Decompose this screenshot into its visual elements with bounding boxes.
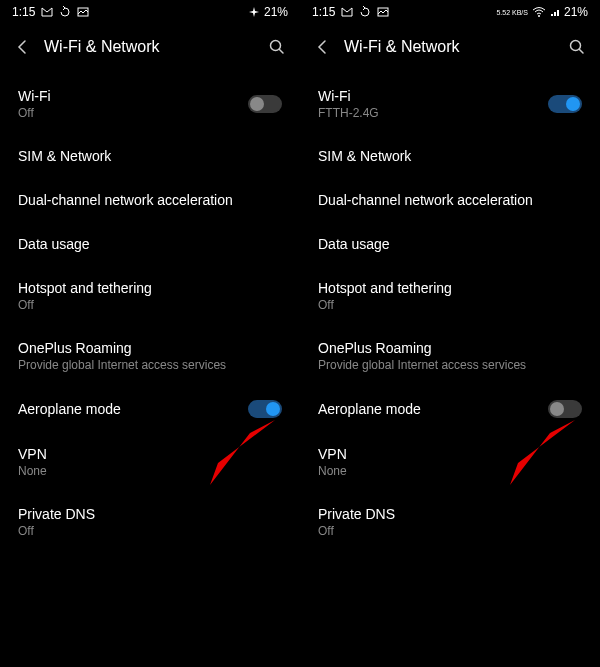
pdns-title: Private DNS xyxy=(318,506,395,522)
settings-list: Wi-Fi FTTH-2.4G SIM & Network Dual-chann… xyxy=(300,74,600,667)
vpn-sub: None xyxy=(318,464,347,478)
status-time: 1:15 xyxy=(312,5,335,19)
status-speed: 5.52 KB/S xyxy=(496,9,528,16)
row-datausage[interactable]: Data usage xyxy=(18,222,282,266)
row-dualchannel[interactable]: Dual-channel network acceleration xyxy=(318,178,582,222)
row-pdns[interactable]: Private DNS Off xyxy=(18,492,282,552)
datausage-title: Data usage xyxy=(318,236,390,252)
pdns-sub: Off xyxy=(18,524,95,538)
vpn-title: VPN xyxy=(318,446,347,462)
status-right: 5.52 KB/S 21% xyxy=(496,5,588,19)
dualchannel-title: Dual-channel network acceleration xyxy=(18,192,233,208)
back-button[interactable] xyxy=(314,38,332,56)
gmail-icon xyxy=(341,7,353,17)
row-aeroplane[interactable]: Aeroplane mode xyxy=(318,386,582,432)
sync-icon xyxy=(359,6,371,18)
row-hotspot[interactable]: Hotspot and tethering Off xyxy=(318,266,582,326)
row-pdns[interactable]: Private DNS Off xyxy=(318,492,582,552)
pdns-title: Private DNS xyxy=(18,506,95,522)
row-vpn[interactable]: VPN None xyxy=(18,432,282,492)
wifi-toggle[interactable] xyxy=(548,95,582,113)
roaming-sub: Provide global Internet access services xyxy=(18,358,226,372)
row-hotspot[interactable]: Hotspot and tethering Off xyxy=(18,266,282,326)
row-vpn[interactable]: VPN None xyxy=(318,432,582,492)
row-wifi[interactable]: Wi-Fi FTTH-2.4G xyxy=(318,74,582,134)
row-roaming[interactable]: OnePlus Roaming Provide global Internet … xyxy=(318,326,582,386)
aeroplane-title: Aeroplane mode xyxy=(18,401,121,417)
wifi-icon xyxy=(532,7,546,17)
status-battery: 21% xyxy=(264,5,288,19)
dualchannel-title: Dual-channel network acceleration xyxy=(318,192,533,208)
search-button[interactable] xyxy=(268,38,286,56)
sync-icon xyxy=(59,6,71,18)
row-wifi[interactable]: Wi-Fi Off xyxy=(18,74,282,134)
header: Wi-Fi & Network xyxy=(300,24,600,74)
status-right: 21% xyxy=(248,5,288,19)
row-roaming[interactable]: OnePlus Roaming Provide global Internet … xyxy=(18,326,282,386)
hotspot-sub: Off xyxy=(318,298,452,312)
row-sim[interactable]: SIM & Network xyxy=(318,134,582,178)
hotspot-title: Hotspot and tethering xyxy=(318,280,452,296)
status-left: 1:15 xyxy=(12,5,89,19)
settings-list: Wi-Fi Off SIM & Network Dual-channel net… xyxy=(0,74,300,667)
back-button[interactable] xyxy=(14,38,32,56)
vpn-title: VPN xyxy=(18,446,47,462)
search-button[interactable] xyxy=(568,38,586,56)
pdns-sub: Off xyxy=(318,524,395,538)
image-icon xyxy=(377,7,389,17)
gmail-icon xyxy=(41,7,53,17)
status-left: 1:15 xyxy=(312,5,389,19)
screen-right: 1:15 5.52 KB/S 21% Wi-Fi & Net xyxy=(300,0,600,667)
sim-title: SIM & Network xyxy=(18,148,111,164)
row-aeroplane[interactable]: Aeroplane mode xyxy=(18,386,282,432)
aeroplane-title: Aeroplane mode xyxy=(318,401,421,417)
row-datausage[interactable]: Data usage xyxy=(318,222,582,266)
wifi-toggle[interactable] xyxy=(248,95,282,113)
page-title: Wi-Fi & Network xyxy=(344,38,556,56)
aeroplane-toggle[interactable] xyxy=(248,400,282,418)
page-title: Wi-Fi & Network xyxy=(44,38,256,56)
hotspot-title: Hotspot and tethering xyxy=(18,280,152,296)
roaming-title: OnePlus Roaming xyxy=(318,340,526,356)
datausage-title: Data usage xyxy=(18,236,90,252)
sim-title: SIM & Network xyxy=(318,148,411,164)
roaming-title: OnePlus Roaming xyxy=(18,340,226,356)
status-battery: 21% xyxy=(564,5,588,19)
wifi-title: Wi-Fi xyxy=(318,88,379,104)
vpn-sub: None xyxy=(18,464,47,478)
status-bar: 1:15 21% xyxy=(0,0,300,24)
airplane-icon xyxy=(248,6,260,18)
wifi-sub: Off xyxy=(18,106,51,120)
row-dualchannel[interactable]: Dual-channel network acceleration xyxy=(18,178,282,222)
aeroplane-toggle[interactable] xyxy=(548,400,582,418)
signal-icon xyxy=(550,7,560,17)
status-bar: 1:15 5.52 KB/S 21% xyxy=(300,0,600,24)
wifi-sub: FTTH-2.4G xyxy=(318,106,379,120)
image-icon xyxy=(77,7,89,17)
screen-left: 1:15 21% Wi-Fi & Network xyxy=(0,0,300,667)
header: Wi-Fi & Network xyxy=(0,24,300,74)
hotspot-sub: Off xyxy=(18,298,152,312)
status-time: 1:15 xyxy=(12,5,35,19)
svg-point-3 xyxy=(538,15,540,17)
roaming-sub: Provide global Internet access services xyxy=(318,358,526,372)
wifi-title: Wi-Fi xyxy=(18,88,51,104)
row-sim[interactable]: SIM & Network xyxy=(18,134,282,178)
